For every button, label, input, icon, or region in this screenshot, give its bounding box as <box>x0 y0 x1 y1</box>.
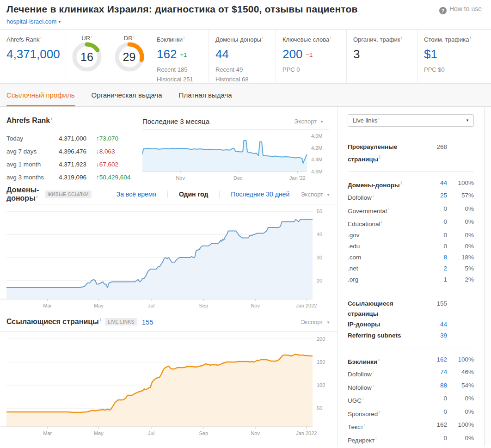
info-icon <box>100 318 101 322</box>
ref-domains-chart: 20304050MarMayJulSepNovJan 2022 <box>0 204 330 311</box>
info-icon <box>401 181 402 185</box>
info-icon <box>37 194 38 199</box>
gauge-label: DR <box>124 35 133 42</box>
svg-text:Jul: Jul <box>148 430 154 436</box>
stat-value[interactable]: 25 <box>425 190 447 201</box>
stat-value[interactable]: 2 <box>425 263 447 274</box>
sidebar-stat-row: Бэклинки162100% <box>348 354 474 367</box>
svg-text:4.6M: 4.6M <box>311 169 322 174</box>
rank-chart-panel: Последние 3 месяца Экспорт▼ 4.0M4.2M4.4M… <box>142 117 329 184</box>
stat-value[interactable]: 8 <box>425 252 447 263</box>
info-icon <box>184 36 184 40</box>
time-filter-link[interactable]: За всё время <box>105 190 167 198</box>
stat-value[interactable]: 1 <box>425 274 447 285</box>
svg-text:Nov: Nov <box>251 303 260 308</box>
historical-stat: Historical 68 <box>215 74 269 84</box>
stat-value[interactable]: 162 <box>425 354 447 365</box>
metric-label: Стоим. трафика <box>424 36 469 43</box>
info-icon <box>388 207 389 211</box>
tab-paid-search[interactable]: Платная выдача <box>179 84 232 106</box>
stat-value: 0 <box>425 241 447 252</box>
sidebar-stat-row: .net25% <box>348 263 474 274</box>
info-icon <box>470 36 471 40</box>
metric-value[interactable]: 200 <box>282 47 302 61</box>
tab-bar: Ссылочный профиль Органическая выдача Пл… <box>0 84 491 107</box>
stat-value[interactable]: 88 <box>425 380 447 391</box>
time-filter-active[interactable]: Один год <box>167 190 219 198</box>
ref-domains-section: Домены-доноры ЖИВЫЕ ССЫЛКИ За всё времяО… <box>0 184 338 312</box>
recent-stat: Recent 185 <box>157 65 202 74</box>
sidebar-stat-row: Educational00% <box>348 216 474 230</box>
ppc-stat: PPC $0 <box>424 65 485 74</box>
export-button[interactable]: Экспорт▼ <box>301 191 330 198</box>
stat-value: 4,371,923 <box>52 161 86 168</box>
info-icon <box>134 34 135 39</box>
page-title: Лечение в клиниках Израиля: диагностика … <box>6 4 484 15</box>
svg-text:Jan '22: Jan '22 <box>289 175 306 181</box>
stat-value[interactable]: 74 <box>425 367 447 378</box>
stat-label: Sponsored <box>348 406 425 420</box>
tab-link-profile[interactable]: Ссылочный профиль <box>6 84 75 106</box>
stat-value: 4,319,096 <box>52 174 86 181</box>
stat-label: UGC <box>348 393 425 406</box>
stat-label: .gov <box>348 230 425 241</box>
rank-chart-title: Последние 3 месяца <box>142 117 209 125</box>
live-links-badge: LIVE LINKS <box>105 318 137 325</box>
sidebar-stat-row: .gov00% <box>348 230 474 241</box>
chevron-down-icon: ▼ <box>320 120 324 124</box>
svg-text:Mar: Mar <box>43 303 52 308</box>
sidebar-stat-row: IP-доноры44 <box>348 319 474 330</box>
time-filter-link[interactable]: Последние 30 дней <box>219 190 301 198</box>
stat-value[interactable]: 44 <box>425 178 447 189</box>
stat-label: Редирект <box>348 433 425 446</box>
ppc-stat: PPC 0 <box>282 65 340 74</box>
export-button[interactable]: Экспорт▼ <box>301 319 330 325</box>
live-links-dropdown[interactable]: Live links ▼ <box>348 114 474 127</box>
stat-value: 0 <box>425 203 447 215</box>
stat-percent: 100% <box>447 354 474 365</box>
scrollbar-track[interactable] <box>484 107 491 446</box>
svg-text:4.4M: 4.4M <box>311 157 322 162</box>
stat-label: .com <box>348 252 425 263</box>
stat-value[interactable]: 44 <box>425 319 447 330</box>
stat-label: Текст <box>348 419 425 433</box>
metric-value: $1 <box>424 47 485 61</box>
metric-value: 3 <box>353 47 411 61</box>
metric-value: 4,371,000 <box>6 47 59 61</box>
sidebar-stat-row: .edu00% <box>348 241 474 252</box>
gauge-label: UR <box>81 35 90 42</box>
stat-percent: 2% <box>447 274 474 285</box>
chevron-down-icon: ▼ <box>326 193 330 197</box>
rank-stats-table: Today4,371,000↑73,070avg 7 days4,396,476… <box>6 132 142 184</box>
historical-stat: Historical 251 <box>157 74 202 84</box>
stat-value: 17 <box>425 446 447 448</box>
how-to-use-link[interactable]: ?How to use <box>439 5 482 14</box>
rank-stat-row: avg 3 months4,319,096↑50,429,604 <box>6 171 142 184</box>
svg-text:May: May <box>94 303 104 308</box>
export-button[interactable]: Экспорт▼ <box>294 118 324 125</box>
stat-delta: ↑50,429,604 <box>96 174 130 181</box>
how-to-use-label: How to use <box>449 5 482 12</box>
domain-link[interactable]: hospital-israel.com <box>6 18 56 25</box>
metric-organic-traffic: Органич. трафик 3 <box>347 30 417 83</box>
sidebar-stat-row: Прокрауленные страницы268 <box>348 141 474 165</box>
metric-label: Органич. трафик <box>353 36 400 43</box>
info-icon <box>401 36 402 40</box>
info-icon <box>375 436 376 441</box>
svg-text:20: 20 <box>317 278 322 283</box>
metric-value[interactable]: 44 <box>215 47 269 61</box>
info-icon <box>379 410 380 414</box>
dr-value: 29 <box>113 40 146 74</box>
rank-stat-row: avg 1 month4,371,923↓67,602 <box>6 158 142 171</box>
domain-selector[interactable]: hospital-israel.com▾ <box>6 18 484 25</box>
pages-count[interactable]: 155 <box>142 318 153 326</box>
stat-value[interactable]: 39 <box>425 330 447 341</box>
svg-text:Mar: Mar <box>43 430 52 436</box>
tab-organic-search[interactable]: Органическая выдача <box>92 84 162 106</box>
ur-value: 16 <box>70 40 104 74</box>
stat-label: Educational <box>348 216 425 230</box>
metric-traffic-value: Стоим. трафика $1 PPC $0 <box>417 30 491 83</box>
sidebar-stat-row: UGC00% <box>348 393 474 406</box>
metric-value[interactable]: 162 <box>157 47 177 61</box>
svg-text:Nov: Nov <box>251 430 260 436</box>
